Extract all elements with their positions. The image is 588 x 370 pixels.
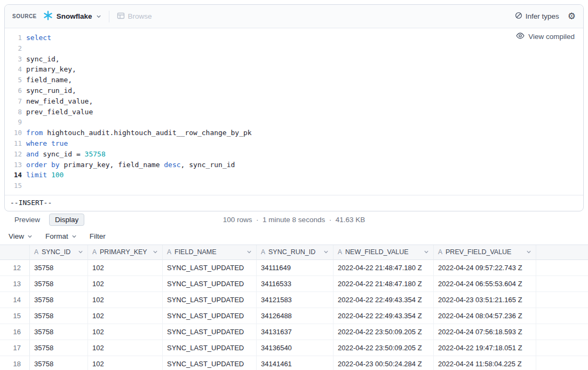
line-number: 9 xyxy=(5,117,22,128)
table-cell[interactable]: 102 xyxy=(88,356,163,370)
table-cell[interactable]: 102 xyxy=(88,292,163,308)
table-cell[interactable]: 2022-04-22 22:49:43.354 Z xyxy=(333,308,434,324)
table-cell[interactable]: 2022-04-23 03:51:21.165 Z xyxy=(434,292,536,308)
vim-status-bar: --INSERT-- xyxy=(5,195,583,211)
table-cell[interactable]: 35758 xyxy=(30,260,88,276)
table-cell[interactable]: 34131637 xyxy=(257,324,333,340)
table-cell[interactable]: 102 xyxy=(88,340,163,356)
table-cell[interactable]: 35758 xyxy=(30,340,88,356)
row-number: 12 xyxy=(0,260,30,276)
table-cell[interactable]: 2022-04-24 09:57:22.743 Z xyxy=(434,260,536,276)
code-line[interactable] xyxy=(26,117,583,128)
tab-display[interactable]: Display xyxy=(49,214,84,226)
table-cell[interactable]: 34121583 xyxy=(257,292,333,308)
code-line[interactable]: prev_field_value xyxy=(26,107,583,117)
column-header-sync_run_id[interactable]: ASYNC_RUN_ID xyxy=(257,245,333,260)
editor-gutter: 123456789101112131415 xyxy=(5,33,22,191)
code-line[interactable]: sync_run_id, xyxy=(26,85,583,96)
code-line[interactable]: select xyxy=(26,33,583,43)
sort-chevron-icon[interactable] xyxy=(323,249,329,255)
string-type-icon: A xyxy=(338,248,342,256)
table-cell[interactable]: 2022-04-22 23:50:09.205 Z xyxy=(333,324,434,340)
table-cell[interactable]: 102 xyxy=(88,324,163,340)
format-menu[interactable]: Format xyxy=(45,232,77,240)
table-cell-filler xyxy=(536,260,588,276)
column-header-prev_field_value[interactable]: APREV_FIELD_VALUE xyxy=(434,245,536,260)
chevron-down-icon xyxy=(247,249,252,255)
browse-label: Browse xyxy=(128,12,152,20)
results-bar: PreviewDisplay 100 rows · 1 minute 8 sec… xyxy=(0,211,588,229)
code-line[interactable]: and sync_id = 35758 xyxy=(26,149,583,160)
column-header-new_field_value[interactable]: ANEW_FIELD_VALUE xyxy=(333,245,434,260)
code-line[interactable]: sync_id, xyxy=(26,54,583,65)
table-cell[interactable]: 35758 xyxy=(30,308,88,324)
table-cell[interactable]: SYNC_LAST_UPDATED xyxy=(163,340,257,356)
table-cell[interactable]: 2022-04-24 08:04:57.236 Z xyxy=(434,308,536,324)
code-line[interactable]: new_field_value, xyxy=(26,96,583,107)
table-cell[interactable]: SYNC_LAST_UPDATED xyxy=(163,260,257,276)
column-label: PRIMARY_KEY xyxy=(100,248,147,256)
tab-preview[interactable]: Preview xyxy=(9,214,46,226)
table-cell[interactable]: 35758 xyxy=(30,292,88,308)
table-cell[interactable]: 102 xyxy=(88,308,163,324)
table-cell[interactable]: SYNC_LAST_UPDATED xyxy=(163,292,257,308)
chevron-down-icon xyxy=(424,249,429,255)
line-number: 10 xyxy=(5,128,22,138)
code-line[interactable]: from hightouch_audit.hightouch_audit__ro… xyxy=(26,128,583,138)
sort-chevron-icon[interactable] xyxy=(78,249,83,255)
infer-types-button[interactable]: Infer types xyxy=(515,12,559,21)
table-cell[interactable]: 34111649 xyxy=(257,260,333,276)
code-line[interactable] xyxy=(26,180,583,191)
editor-code[interactable]: select sync_id,primary_key,field_name,sy… xyxy=(22,33,583,191)
row-number: 13 xyxy=(0,276,30,292)
table-cell[interactable]: 34136540 xyxy=(257,340,333,356)
view-compiled-button[interactable]: View compiled xyxy=(516,33,575,41)
sort-chevron-icon[interactable] xyxy=(424,249,429,255)
code-line[interactable]: primary_key, xyxy=(26,64,583,75)
column-header-sync_id[interactable]: ASYNC_ID xyxy=(30,245,88,260)
table-cell[interactable]: 35758 xyxy=(30,356,88,370)
table-cell[interactable]: 2022-04-24 06:55:53.604 Z xyxy=(434,276,536,292)
table-cell[interactable]: 34126488 xyxy=(257,308,333,324)
table-cell[interactable]: 2022-04-23 00:50:24.284 Z xyxy=(333,356,434,370)
table-cell[interactable]: 2022-04-22 21:48:47.180 Z xyxy=(333,276,434,292)
table-cell[interactable]: 102 xyxy=(88,260,163,276)
table-cell[interactable]: 34141461 xyxy=(257,356,333,370)
filter-menu[interactable]: Filter xyxy=(90,232,106,240)
table-cell[interactable]: 2022-04-22 23:50:09.205 Z xyxy=(333,340,434,356)
code-line[interactable]: order by primary_key, field_name desc, s… xyxy=(26,160,583,170)
line-number: 2 xyxy=(5,43,22,54)
table-cell[interactable]: 34116533 xyxy=(257,276,333,292)
table-cell[interactable]: SYNC_LAST_UPDATED xyxy=(163,356,257,370)
code-line[interactable]: limit 100 xyxy=(26,170,583,180)
browse-button[interactable]: Browse xyxy=(117,12,152,21)
table-cell[interactable]: SYNC_LAST_UPDATED xyxy=(163,276,257,292)
chevron-down-icon xyxy=(27,234,33,239)
column-header-primary_key[interactable]: APRIMARY_KEY xyxy=(88,245,163,260)
source-selector[interactable]: Snowflake xyxy=(43,11,101,22)
code-line[interactable]: field_name, xyxy=(26,75,583,85)
table-cell[interactable]: 2022-04-24 11:58:04.225 Z xyxy=(434,356,536,370)
code-line[interactable] xyxy=(26,43,583,54)
sort-chevron-icon[interactable] xyxy=(526,249,531,255)
gear-icon[interactable]: ⚙ xyxy=(568,12,576,21)
table-cell[interactable]: 102 xyxy=(88,276,163,292)
table-cell[interactable]: SYNC_LAST_UPDATED xyxy=(163,324,257,340)
code-line[interactable]: where true xyxy=(26,138,583,149)
circle-slash-icon xyxy=(515,12,522,21)
sql-editor[interactable]: 123456789101112131415 select sync_id,pri… xyxy=(5,28,583,195)
table-cell[interactable]: SYNC_LAST_UPDATED xyxy=(163,308,257,324)
column-header-field_name[interactable]: AFIELD_NAME xyxy=(163,245,257,260)
sort-chevron-icon[interactable] xyxy=(153,249,158,255)
sort-chevron-icon[interactable] xyxy=(247,249,252,255)
table-cell[interactable]: 2022-04-24 07:56:18.593 Z xyxy=(434,324,536,340)
table-cell[interactable]: 2022-04-22 21:48:47.180 Z xyxy=(333,260,434,276)
string-type-icon: A xyxy=(92,248,97,256)
menu-label: View xyxy=(9,232,24,240)
table-cell[interactable]: 35758 xyxy=(30,324,88,340)
table-cell[interactable]: 2022-04-22 19:47:18.051 Z xyxy=(434,340,536,356)
view-menu[interactable]: View xyxy=(9,232,33,240)
table-cell[interactable]: 35758 xyxy=(30,276,88,292)
table-cell[interactable]: 2022-04-22 22:49:43.354 Z xyxy=(333,292,434,308)
table-cell-filler xyxy=(536,276,588,292)
